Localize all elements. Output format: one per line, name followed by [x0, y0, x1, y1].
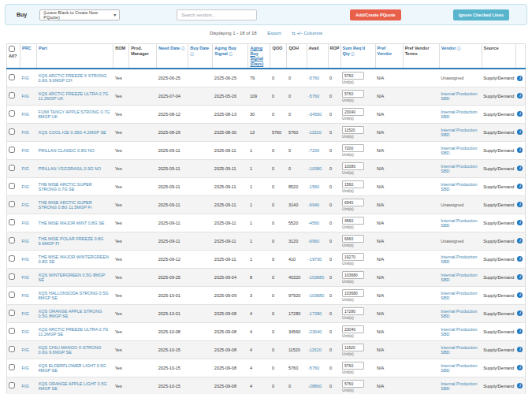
- sum-reqd-qty-input[interactable]: [342, 325, 364, 333]
- row-checkbox[interactable]: [9, 364, 15, 370]
- column-header-prc[interactable]: PRC: [20, 44, 37, 69]
- prc-link[interactable]: FIG: [22, 275, 29, 280]
- prc-link[interactable]: FIG: [22, 311, 29, 316]
- vendor-link[interactable]: Internal Production SBD: [441, 381, 477, 391]
- sum-reqd-qty-input[interactable]: [342, 199, 364, 206]
- sum-reqd-qty-input[interactable]: [342, 108, 364, 116]
- part-link[interactable]: THE MISE MAJOR WINTERGREEN 0.8G SE: [39, 255, 110, 264]
- avail-link[interactable]: -1560: [308, 184, 319, 189]
- column-header-part[interactable]: Part: [37, 44, 113, 69]
- sum-reqd-qty-input[interactable]: [342, 307, 364, 315]
- sum-reqd-qty-input[interactable]: [342, 217, 364, 225]
- part-link[interactable]: PRILLAN YGGDRASIL 0.9G NO: [39, 166, 101, 171]
- row-info-icon[interactable]: i: [517, 111, 523, 117]
- add-create-pquote-button[interactable]: Add/Create PQuote: [350, 9, 400, 20]
- column-header-aging_days[interactable]: Aging Buy Signal (Days): [248, 44, 270, 69]
- column-header-pref_vendor[interactable]: Pref Vendor: [375, 44, 403, 69]
- vendor-link[interactable]: Internal Production SBD: [441, 218, 477, 228]
- avail-link[interactable]: -7200: [308, 148, 319, 153]
- part-link[interactable]: XQS CHILI MANGO X-STRONG 0.6G 9.6MGP SE: [39, 345, 102, 355]
- column-header-aging_buy_signal[interactable]: Aging Buy Signal ⓘ: [213, 44, 248, 69]
- row-info-icon[interactable]: i: [517, 129, 523, 135]
- avail-link[interactable]: -11520: [308, 130, 322, 135]
- row-checkbox[interactable]: [9, 255, 15, 262]
- info-icon[interactable]: ⓘ: [180, 46, 184, 50]
- info-icon[interactable]: ⓘ: [456, 46, 460, 50]
- column-header-buy_date[interactable]: Buy Date ⓘ: [188, 44, 213, 69]
- part-link[interactable]: XQS WINTERGREEN 0.5G 8MGP SE: [39, 273, 106, 282]
- part-link[interactable]: THE MISE POLAR FREEZE 0.8G 9.6MGP FI: [39, 236, 104, 246]
- vendor-link[interactable]: Internal Production SBD: [441, 327, 477, 336]
- prc-link[interactable]: FIG: [22, 166, 29, 171]
- prc-link[interactable]: FIG: [22, 257, 29, 262]
- sum-reqd-qty-input[interactable]: [342, 289, 364, 297]
- row-info-icon[interactable]: i: [517, 93, 523, 98]
- vendor-search-input[interactable]: [177, 9, 257, 20]
- part-link[interactable]: XQS ARCTIC FREEZE X STRONG 0.6G 9.6MGP C…: [39, 73, 107, 83]
- row-checkbox[interactable]: [9, 110, 15, 117]
- row-info-icon[interactable]: i: [517, 238, 523, 243]
- prc-link[interactable]: FIG: [22, 112, 29, 117]
- vendor-link[interactable]: Internal Production SBD: [441, 291, 477, 300]
- prc-link[interactable]: FIG: [22, 184, 29, 189]
- vendor-link[interactable]: Internal Production SBD: [441, 363, 477, 373]
- avail-link[interactable]: -23040: [308, 329, 322, 334]
- row-info-icon[interactable]: i: [517, 310, 523, 316]
- row-checkbox[interactable]: [9, 147, 15, 153]
- row-checkbox[interactable]: [9, 237, 15, 243]
- vendor-link[interactable]: Internal Production SBD: [441, 255, 477, 264]
- row-info-icon[interactable]: i: [517, 147, 523, 153]
- sum-reqd-qty-input[interactable]: [342, 90, 364, 98]
- row-info-icon[interactable]: i: [517, 76, 523, 81]
- part-link[interactable]: XQS COOL ICE 0.35G 4.2MGP SE: [39, 130, 106, 135]
- prc-link[interactable]: FIG: [22, 293, 29, 298]
- row-checkbox[interactable]: [9, 219, 15, 225]
- prc-link[interactable]: FIG: [22, 203, 29, 207]
- row-info-icon[interactable]: i: [517, 184, 523, 189]
- sum-reqd-qty-input[interactable]: [342, 235, 364, 243]
- vendor-link[interactable]: Internal Production SBD: [441, 91, 477, 101]
- part-link[interactable]: THE MISE ARCTIC SUPER STRONG 0.7G SE: [39, 182, 92, 191]
- prc-link[interactable]: FIG: [22, 239, 29, 243]
- avail-link[interactable]: -5760: [308, 366, 319, 370]
- row-checkbox[interactable]: [9, 310, 15, 316]
- info-icon[interactable]: ⓘ: [228, 51, 233, 56]
- part-link[interactable]: XQS ARCTIC FREEZE ULTRA 0.7G 11.2MGP UK: [39, 91, 109, 101]
- avail-link[interactable]: -5760: [308, 76, 319, 80]
- sum-reqd-qty-input[interactable]: [342, 72, 364, 80]
- avail-link[interactable]: -11520: [308, 348, 322, 352]
- vendor-link[interactable]: Internal Production SBD: [441, 273, 477, 282]
- row-checkbox[interactable]: [9, 74, 15, 80]
- vendor-link[interactable]: Internal Production SBD: [441, 345, 477, 355]
- avail-link[interactable]: -10080: [308, 166, 322, 171]
- part-link[interactable]: XQS ORANGE APPLE STRONG 0.5G 8MGP SE: [39, 309, 102, 318]
- column-header-need_date[interactable]: Need Date ⓘ: [157, 44, 188, 69]
- sum-reqd-qty-input[interactable]: [342, 180, 364, 188]
- prc-link[interactable]: FIG: [22, 148, 29, 153]
- row-checkbox[interactable]: [9, 165, 15, 171]
- sum-reqd-qty-input[interactable]: [342, 362, 364, 370]
- row-info-icon[interactable]: i: [517, 220, 523, 225]
- prc-link[interactable]: FIG: [22, 94, 29, 98]
- export-link[interactable]: Export: [267, 31, 281, 35]
- info-icon[interactable]: ⓘ: [350, 51, 355, 56]
- column-header-sum_reqd_qty[interactable]: Sum Req'd Qty ⓘ: [340, 44, 375, 69]
- prc-link[interactable]: FIG: [22, 221, 29, 225]
- part-link[interactable]: XQS ELDERFLOWER LIGHT 0.5G 4MGP SE: [39, 363, 106, 373]
- prc-link[interactable]: FIG: [22, 76, 29, 80]
- prc-link[interactable]: FIG: [22, 130, 29, 135]
- row-checkbox[interactable]: [9, 201, 15, 207]
- part-link[interactable]: FUMI TANGY APPLE STRONG 0.7G 8MGP UK: [39, 110, 110, 119]
- vendor-link[interactable]: Internal Production SBD: [441, 309, 477, 318]
- row-info-icon[interactable]: i: [517, 165, 523, 171]
- row-info-icon[interactable]: i: [517, 347, 523, 352]
- row-info-icon[interactable]: i: [517, 256, 523, 262]
- part-link[interactable]: XQS ARCTIC FREEZE ULTRA 0.7G 11.2MGP SE: [39, 327, 109, 336]
- avail-link[interactable]: -34560: [308, 112, 322, 117]
- part-link[interactable]: THE MISE ARCTIC SUPER STRONG 0.8G 11.5MG…: [39, 200, 92, 210]
- row-checkbox[interactable]: [9, 183, 15, 189]
- prc-link[interactable]: FIG: [22, 348, 29, 352]
- avail-link[interactable]: -5760: [308, 94, 319, 98]
- avail-link[interactable]: -6940: [308, 203, 319, 207]
- select-all-checkbox[interactable]: [9, 46, 15, 52]
